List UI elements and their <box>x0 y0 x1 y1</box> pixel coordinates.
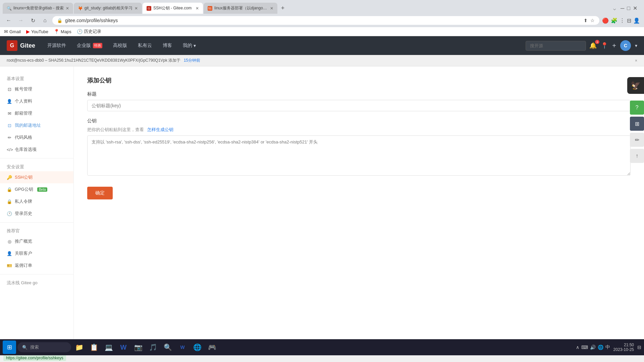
nav-enterprise[interactable]: 企业版 特惠 <box>71 36 108 55</box>
user-avatar[interactable]: C <box>620 40 631 51</box>
extension-icon-puzzle[interactable]: 🧩 <box>611 17 618 24</box>
tab-4-close[interactable]: ✕ <box>270 6 273 11</box>
bookmark-maps[interactable]: 📍 Maps <box>54 29 71 34</box>
sidebar-login-history[interactable]: 🕐 登录历史 <box>0 207 73 220</box>
minimize-button[interactable]: ─ <box>621 5 624 11</box>
announcement-close[interactable]: × <box>635 58 637 63</box>
gitee-logo[interactable]: G Gitee <box>7 40 35 51</box>
sidebar-repo-label: 仓库首选项 <box>15 146 37 153</box>
gitee-mascot[interactable]: 🦅 <box>627 77 644 94</box>
page-title: 添加公钥 <box>87 76 631 84</box>
nav-university[interactable]: 高校版 <box>108 36 132 55</box>
nav-search-area: 🔔 1 📍 + C ▾ <box>526 40 637 51</box>
generate-key-link[interactable]: 怎样生成公钥 <box>147 127 173 132</box>
nav-search-input[interactable] <box>526 41 586 51</box>
sidebar-gpg-keys[interactable]: 🔒 GPG公钥 Beta <box>0 183 73 195</box>
bookmark-gmail[interactable]: ✉ Gmail <box>4 29 21 34</box>
verify-link[interactable]: 15分钟前 <box>184 58 200 63</box>
floating-buttons: ? ⊞ ✏ ↑ <box>630 101 644 163</box>
tab-scroll-left[interactable]: ⌵ <box>613 6 616 11</box>
location-button[interactable]: 📍 <box>601 42 608 49</box>
forward-button[interactable]: → <box>16 16 25 25</box>
sidebar-address[interactable]: ⊡ 我的邮递地址 <box>0 119 73 131</box>
tab-1-close[interactable]: ✕ <box>66 6 69 11</box>
sidebar-repo-prefs[interactable]: </> 仓库首选项 <box>0 143 73 156</box>
title-input[interactable] <box>87 100 631 111</box>
sidebar-separator-1 <box>0 158 73 159</box>
bookmark-history[interactable]: 🕐 历史记录 <box>77 28 101 35</box>
taskbar-app-word[interactable]: W <box>117 341 130 342</box>
tab-4[interactable]: 51 linux服务器部署（以django项目） ✕ <box>204 3 277 14</box>
taskbar-app-game[interactable]: 🎮 <box>205 341 219 342</box>
sidebar-tokens-label: 私人令牌 <box>15 198 32 204</box>
refresh-button[interactable]: ↻ <box>28 16 38 25</box>
public-key-textarea[interactable] <box>87 135 631 176</box>
tab-1[interactable]: 🔍 linunx+免密登录gitlab - 搜索 ✕ <box>3 3 73 14</box>
taskbar-app-explorer[interactable]: 📁 <box>72 341 86 342</box>
tab-3[interactable]: G SSH公钥 - Gitee.com ✕ <box>143 3 203 14</box>
sidebar-separator-3 <box>0 274 73 275</box>
window-controls: ─ □ ✕ <box>616 5 641 11</box>
taskbar-app-browser[interactable]: 🌐 <box>191 341 204 342</box>
back-button[interactable]: ← <box>4 16 13 25</box>
sidebar-associated-customers[interactable]: 👤 关联客户 <box>0 247 73 259</box>
edit-button[interactable]: ✏ <box>630 133 644 147</box>
nav-mine-label: 我的 <box>183 43 192 49</box>
nav-private-cloud-label: 私有云 <box>138 43 152 49</box>
sidebar-account-mgmt[interactable]: ⊡ 账号管理 <box>0 83 73 95</box>
sidebar-login-history-label: 登录历史 <box>15 210 32 217</box>
start-button[interactable]: ⊞ <box>3 341 16 342</box>
submit-button[interactable]: 确定 <box>87 187 113 199</box>
share-icon[interactable]: ⬆ <box>584 18 588 23</box>
taskbar-app-notepad[interactable]: 📋 <box>87 341 101 342</box>
add-button[interactable]: + <box>612 42 616 50</box>
tab-3-close[interactable]: ✕ <box>196 6 199 11</box>
sidebar-ssh-keys[interactable]: 🔑 SSH公钥 <box>0 171 73 183</box>
gitee-logo-text: Gitee <box>20 42 35 49</box>
taskbar-app-word2[interactable]: W <box>176 341 189 342</box>
nav-open-source[interactable]: 开源软件 <box>42 36 71 55</box>
nav-mine[interactable]: 我的 ▾ <box>177 36 201 55</box>
bookmark-youtube[interactable]: ▶ YouTube <box>26 29 48 34</box>
address-input[interactable]: 🔒 gitee.com/profile/sshkeys ⬆ ☆ <box>52 16 599 25</box>
ssh-key-name: root@ncss-ecs-dbb0 <box>7 58 44 63</box>
tab-4-title: linux服务器部署（以django项目） <box>214 5 268 11</box>
bookmark-star-icon[interactable]: ☆ <box>590 18 595 23</box>
sidebar-profile[interactable]: 👤 个人资料 <box>0 95 73 107</box>
ssh-fingerprint: SHA256:1hu21HN21CTEQeVKDD8381WyK0PFX/jGp… <box>48 58 167 63</box>
tab-1-title: linunx+免密登录gitlab - 搜索 <box>13 5 64 11</box>
taskbar-app-music[interactable]: 🎵 <box>146 341 160 342</box>
sidebar-promotion-overview[interactable]: ◎ 推广概览 <box>0 235 73 247</box>
maximize-button[interactable]: □ <box>627 5 630 11</box>
taskbar-app-terminal[interactable]: 💻 <box>102 341 115 342</box>
announcement-text: root@ncss-ecs-dbb0 – SHA256:1hu21HN21CTE… <box>7 58 200 63</box>
extension-settings[interactable]: ⋮ <box>620 17 625 24</box>
sidebar-code-style[interactable]: ✏ 代码风格 <box>0 131 73 143</box>
taskbar-app-search2[interactable]: 🔍 <box>161 341 174 342</box>
referral-section-title: 推荐官 <box>0 225 73 235</box>
close-button[interactable]: ✕ <box>633 5 637 11</box>
chart-button[interactable]: ⊞ <box>630 117 644 131</box>
notification-button[interactable]: 🔔 1 <box>589 42 597 49</box>
new-tab-button[interactable]: + <box>278 4 287 13</box>
email-icon: ✉ <box>7 111 12 116</box>
public-key-form-group: 公钥 把你的公钥粘贴到这里，查看 怎样生成公钥 <box>87 118 631 177</box>
url-text: gitee.com/profile/sshkeys <box>65 18 581 23</box>
taskbar-app-camera[interactable]: 📷 <box>131 341 145 342</box>
public-key-hint-text: 把你的公钥粘贴到这里，查看 <box>87 127 144 132</box>
sidebar-commissions[interactable]: 🎫 返佣订单 <box>0 259 73 272</box>
sidebar-tokens[interactable]: 🔒 私人令牌 <box>0 195 73 207</box>
home-button[interactable]: ⌂ <box>40 16 50 25</box>
tab-bar: 🔍 linunx+免密登录gitlab - 搜索 ✕ 🦊 git_study: … <box>0 0 644 14</box>
sidebar-email[interactable]: ✉ 邮箱管理 <box>0 107 73 119</box>
tab-2-close[interactable]: ✕ <box>135 6 138 11</box>
help-button[interactable]: ? <box>630 101 644 115</box>
tab-2[interactable]: 🦊 git_study: gitlab的相关学习 ✕ <box>74 3 142 14</box>
extension-icon-red[interactable]: 🔴 <box>602 17 609 24</box>
user-profile-icon[interactable]: 👤 <box>633 17 640 24</box>
bookmark-maps-label: Maps <box>61 29 71 34</box>
nav-private-cloud[interactable]: 私有云 <box>132 36 157 55</box>
scroll-up-button[interactable]: ↑ <box>630 149 644 163</box>
nav-blog[interactable]: 博客 <box>157 36 177 55</box>
sidebar-toggle[interactable]: ⊟ <box>627 17 631 24</box>
